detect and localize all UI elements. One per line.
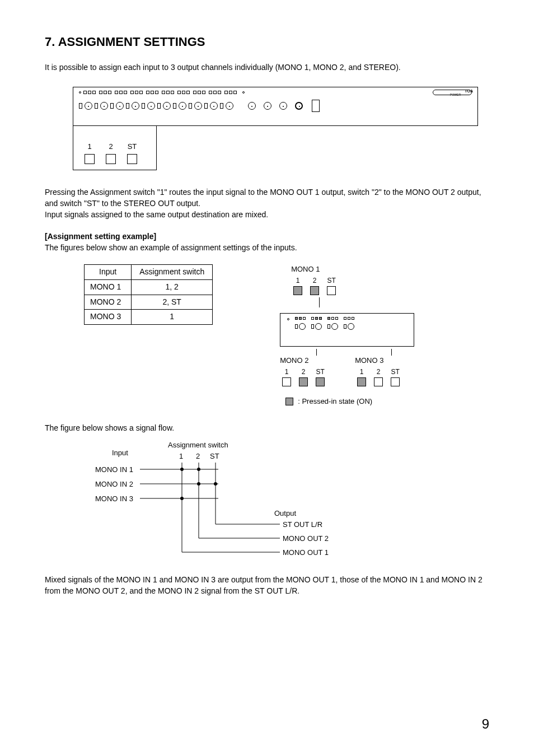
paragraph-routing: Pressing the Assignment switch "1" route… <box>45 187 489 209</box>
device-panel: TOA POWER <box>73 87 478 126</box>
mono3-sw1 <box>357 377 366 386</box>
legend-pressed-icon <box>285 398 293 405</box>
example-heading: [Assignment setting example] <box>45 231 489 242</box>
mono3-swst <box>391 377 400 386</box>
callout-2-label: 2 <box>106 142 116 152</box>
signal-flow-diagram: Input Assignment switch 1 2 ST MONO IN 1… <box>90 440 381 563</box>
flow-input-label: Input <box>112 448 128 458</box>
flow-output-label: Output <box>274 508 296 519</box>
mono3-label: MONO 3 <box>355 356 428 366</box>
switch-1-box <box>85 154 95 164</box>
switch-st-box <box>127 154 137 164</box>
page-number: 9 <box>482 715 489 734</box>
svg-point-8 <box>197 482 200 486</box>
mono2-swst <box>316 377 325 386</box>
example-text: The figures below show an example of ass… <box>45 242 489 254</box>
legend-text: : Pressed-in state (ON) <box>298 396 372 407</box>
table-row: MONO 22, ST <box>85 295 213 310</box>
flow-assign-label: Assignment switch <box>168 440 228 450</box>
svg-point-7 <box>197 468 200 471</box>
intro-text: It is possible to assign each input to 3… <box>45 62 489 73</box>
switch-2-box <box>106 154 116 164</box>
mono1-swst <box>327 286 336 295</box>
mono1-label: MONO 1 <box>291 264 364 274</box>
panel-knob-row <box>79 100 472 112</box>
panel-switch-row <box>79 90 472 95</box>
device-panel-figure: TOA POWER <box>73 87 478 170</box>
flow-heading: The figure below shows a signal flow. <box>45 423 489 434</box>
mono1-sw2 <box>310 286 319 295</box>
footer-paragraph: Mixed signals of the MONO IN 1 and MONO … <box>45 575 489 596</box>
mono2-label: MONO 2 <box>280 356 353 366</box>
table-row: MONO 31 <box>85 310 213 325</box>
svg-point-10 <box>180 497 184 500</box>
table-row: Input Assignment switch <box>85 265 213 280</box>
callout-st-label: ST <box>127 142 137 152</box>
assignment-table: Input Assignment switch MONO 11, 2 MONO … <box>84 264 213 324</box>
mono2-sw2 <box>299 377 308 386</box>
led-icon <box>79 91 81 94</box>
paragraph-mixed: Input signals assigned to the same outpu… <box>45 209 489 221</box>
svg-point-6 <box>180 468 184 471</box>
th-input: Input <box>85 265 132 280</box>
callout-1-label: 1 <box>85 142 95 152</box>
mono1-sw1 <box>293 286 302 295</box>
callout-switch-group: 1 2 ST <box>73 125 157 170</box>
switch-state-diagram: MONO 1 1 2 ST <box>280 264 425 407</box>
display-icon <box>433 90 472 95</box>
page-title: 7. ASSIGNMENT SETTINGS <box>45 34 489 51</box>
mono2-sw1 <box>282 377 291 386</box>
mid-panel <box>280 313 414 347</box>
svg-point-9 <box>214 482 217 486</box>
mono3-sw2 <box>374 377 383 386</box>
led-icon <box>242 91 245 94</box>
table-row: MONO 11, 2 <box>85 279 213 295</box>
th-switch: Assignment switch <box>132 265 213 280</box>
